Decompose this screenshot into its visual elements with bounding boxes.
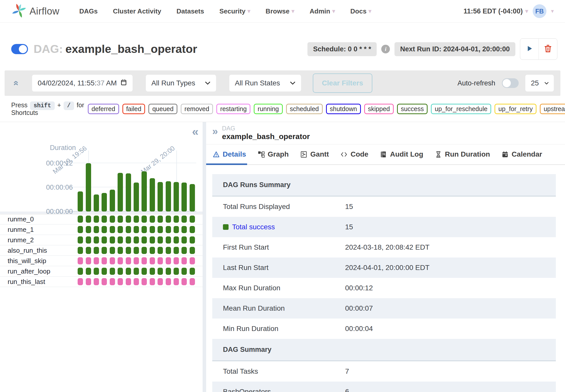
clear-filters-button[interactable]: Clear Filters [313,73,372,93]
task-instance-square[interactable] [102,268,107,275]
dag-pause-toggle[interactable] [11,44,28,54]
task-instance-square[interactable] [174,278,179,285]
info-icon[interactable]: i [381,45,390,53]
task-instance-square[interactable] [94,257,99,264]
user-menu-caret[interactable]: ▾ [551,8,554,14]
task-instance-square[interactable] [181,247,187,254]
task-instance-square[interactable] [110,216,115,223]
task-label[interactable]: also_run_this [0,247,76,254]
task-instance-square[interactable] [142,247,147,254]
duration-bar[interactable] [174,182,179,212]
duration-bar[interactable] [86,163,91,212]
task-instance-square[interactable] [102,216,107,223]
task-instance-square[interactable] [181,216,187,223]
task-instance-square[interactable] [190,257,195,264]
task-instance-square[interactable] [118,226,123,233]
task-instance-square[interactable] [150,278,155,285]
task-instance-square[interactable] [166,236,171,244]
task-instance-square[interactable] [126,236,131,244]
task-instance-square[interactable] [86,257,91,264]
task-instance-square[interactable] [174,247,179,254]
delete-dag-button[interactable] [539,39,557,59]
task-instance-square[interactable] [118,247,123,254]
task-instance-square[interactable] [78,236,83,244]
tab-graph[interactable]: Graph [258,144,289,164]
nav-item-security[interactable]: Security▾ [219,7,250,15]
duration-bar[interactable] [150,178,155,212]
task-instance-square[interactable] [142,236,147,244]
task-instance-square[interactable] [174,226,179,233]
base-date-input[interactable]: 04/02/2024, 11:55:37 AM [32,75,133,92]
task-instance-square[interactable] [166,247,171,254]
duration-bar[interactable] [142,171,147,212]
task-instance-square[interactable] [110,257,115,264]
task-instance-square[interactable] [126,226,131,233]
duration-bar[interactable] [78,191,83,212]
task-instance-square[interactable] [102,278,107,285]
duration-bar[interactable] [110,190,115,212]
task-instance-square[interactable] [86,268,91,275]
task-instance-square[interactable] [86,216,91,223]
task-instance-square[interactable] [150,268,155,275]
collapse-filters-icon[interactable]: « [11,78,22,88]
duration-bar[interactable] [126,173,131,212]
task-instance-square[interactable] [134,226,139,233]
task-instance-square[interactable] [126,268,131,275]
task-instance-square[interactable] [190,226,195,233]
duration-bar[interactable] [102,193,107,212]
task-instance-square[interactable] [174,216,179,223]
nav-item-docs[interactable]: Docs▾ [350,7,372,15]
task-instance-square[interactable] [158,236,163,244]
task-instance-square[interactable] [181,257,187,264]
task-instance-square[interactable] [94,247,99,254]
task-instance-square[interactable] [94,226,99,233]
task-instance-square[interactable] [118,257,123,264]
task-instance-square[interactable] [190,278,195,285]
task-instance-square[interactable] [102,236,107,244]
trigger-dag-button[interactable] [520,39,539,59]
task-instance-square[interactable] [150,247,155,254]
task-label[interactable]: runme_2 [0,236,76,244]
task-instance-square[interactable] [86,278,91,285]
task-instance-square[interactable] [134,236,139,244]
run-types-select[interactable]: All Run Types [146,75,216,92]
task-label[interactable]: runme_1 [0,226,76,234]
nav-item-cluster-activity[interactable]: Cluster Activity [113,7,161,15]
task-label[interactable]: runme_0 [0,215,76,223]
task-instance-square[interactable] [110,278,115,285]
run-states-select[interactable]: All Run States [229,75,301,92]
task-instance-square[interactable] [190,268,195,275]
tab-audit-log[interactable]: Audit Log [380,144,423,164]
task-instance-square[interactable] [78,257,83,264]
nav-item-browse[interactable]: Browse▾ [266,7,294,15]
task-instance-square[interactable] [126,278,131,285]
task-instance-square[interactable] [158,226,163,233]
task-label[interactable]: run_after_loop [0,267,76,275]
task-instance-square[interactable] [118,236,123,244]
task-instance-square[interactable] [86,226,91,233]
expand-details-icon[interactable]: » [212,126,218,136]
task-instance-square[interactable] [158,257,163,264]
task-instance-square[interactable] [78,278,83,285]
task-instance-square[interactable] [174,268,179,275]
task-instance-square[interactable] [118,278,123,285]
task-instance-square[interactable] [78,216,83,223]
task-instance-square[interactable] [102,247,107,254]
task-instance-square[interactable] [166,268,171,275]
task-instance-square[interactable] [94,216,99,223]
task-instance-square[interactable] [110,247,115,254]
task-instance-square[interactable] [110,226,115,233]
task-instance-square[interactable] [110,268,115,275]
task-instance-square[interactable] [78,247,83,254]
task-instance-square[interactable] [118,268,123,275]
task-instance-square[interactable] [181,268,187,275]
task-instance-square[interactable] [86,236,91,244]
task-instance-square[interactable] [126,216,131,223]
task-instance-square[interactable] [181,236,187,244]
task-instance-square[interactable] [78,268,83,275]
nav-item-datasets[interactable]: Datasets [177,7,204,15]
task-instance-square[interactable] [158,278,163,285]
page-size-select[interactable]: 25 [525,75,554,92]
task-instance-square[interactable] [142,278,147,285]
airflow-logo[interactable]: Airflow [11,3,60,20]
